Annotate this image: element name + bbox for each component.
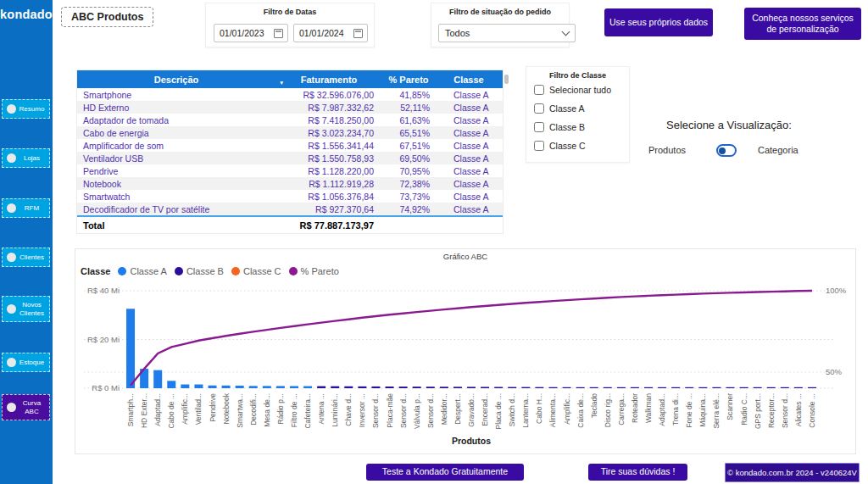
- chart-bar[interactable]: [481, 387, 489, 388]
- sidebar-item-lojas[interactable]: Lojas: [2, 148, 50, 168]
- chart-bar[interactable]: [194, 385, 203, 388]
- chart-bar[interactable]: [153, 370, 162, 388]
- x-axis-label: Carrega...: [617, 393, 626, 426]
- chart-bar[interactable]: [658, 387, 666, 388]
- start-date-input[interactable]: [214, 28, 270, 38]
- chart-bar[interactable]: [698, 387, 707, 388]
- table-row[interactable]: SmartwatchR$ 1.056.376,8473,73%Classe A: [77, 190, 503, 203]
- chart-bar[interactable]: [644, 387, 653, 388]
- calendar-icon[interactable]: [353, 29, 363, 38]
- chart-bar[interactable]: [276, 386, 285, 388]
- chart-bar[interactable]: [604, 387, 612, 388]
- chart-bar[interactable]: [521, 387, 530, 388]
- sidebar-item-estoque[interactable]: Estoque: [2, 353, 50, 372]
- column-header-classe[interactable]: Classe: [435, 70, 503, 88]
- calendar-icon[interactable]: [274, 29, 283, 38]
- column-header-descricao[interactable]: Descrição: [77, 70, 275, 88]
- chart-bar[interactable]: [767, 387, 776, 388]
- chart-bar[interactable]: [508, 387, 516, 388]
- viz-option-categoria[interactable]: Categoria: [758, 145, 798, 155]
- end-date-box[interactable]: [293, 24, 368, 42]
- chart-bar[interactable]: [740, 387, 748, 388]
- chart-bar[interactable]: [249, 386, 258, 388]
- cell-faturamento: R$ 1.128.220,00: [275, 166, 382, 176]
- chart-bar[interactable]: [358, 387, 366, 388]
- table-row[interactable]: PendriveR$ 1.128.220,0070,95%Classe A: [77, 164, 503, 177]
- end-date-input[interactable]: [294, 28, 350, 38]
- checkbox-selecionar-tudo[interactable]: [534, 85, 544, 95]
- chart-bar[interactable]: [726, 387, 734, 388]
- table-row[interactable]: SmartphoneR$ 32.596.076,0041,85%Classe A: [77, 88, 503, 101]
- chart-bar[interactable]: [399, 387, 408, 388]
- class-filter-option-classe-b[interactable]: Classe B: [534, 122, 585, 132]
- services-button[interactable]: Conheça nossos serviços de personalizaçã…: [744, 8, 861, 40]
- order-status-select[interactable]: Todos: [438, 24, 576, 42]
- table-row[interactable]: Ventilador USBR$ 1.550.758,9369,50%Class…: [77, 152, 503, 164]
- chart-bar[interactable]: [386, 387, 394, 388]
- sidebar-item-rfm[interactable]: RFM: [2, 198, 50, 218]
- column-header-faturamento[interactable]: Faturamento: [275, 70, 382, 88]
- chart-bar[interactable]: [209, 386, 217, 388]
- sidebar-item-clientes[interactable]: Clientes: [2, 248, 50, 267]
- order-status-value: Todos: [445, 28, 470, 38]
- chart-bar[interactable]: [781, 387, 789, 388]
- chart-bar[interactable]: [754, 387, 762, 388]
- chart-bar[interactable]: [290, 386, 298, 388]
- chart-bar[interactable]: [236, 386, 244, 388]
- doubts-button[interactable]: Tire suas dúvidas !: [588, 464, 687, 481]
- use-own-data-button[interactable]: Use seus próprios dados: [604, 8, 713, 36]
- chart-bar[interactable]: [453, 387, 462, 388]
- chart-bar[interactable]: [331, 387, 339, 388]
- chart-bar[interactable]: [303, 387, 312, 388]
- start-date-box[interactable]: [214, 24, 288, 42]
- chart-bar[interactable]: [263, 386, 271, 388]
- chart-bar[interactable]: [413, 387, 421, 388]
- sort-desc-icon[interactable]: ▼: [279, 80, 284, 86]
- chart-bar[interactable]: [617, 387, 626, 388]
- chart-bar[interactable]: [685, 387, 693, 388]
- chart-bar[interactable]: [631, 387, 639, 388]
- copyright-version-link[interactable]: © kondado.com.br 2024 - v240624V: [725, 463, 860, 482]
- table-row[interactable]: Cabo de energiaR$ 3.023.234,7065,51%Clas…: [77, 126, 503, 139]
- sidebar-item-curva-abc[interactable]: Curva ABC: [2, 394, 50, 420]
- chart-bar[interactable]: [794, 387, 803, 388]
- class-filter-option-classe-c[interactable]: Classe C: [534, 141, 586, 151]
- table-row[interactable]: NotebookR$ 1.112.919,2872,38%Classe A: [77, 177, 503, 190]
- table-row[interactable]: HD ExternoR$ 7.987.332,6252,11%Classe A: [77, 101, 503, 114]
- sidebar-item-novos-clientes[interactable]: Novos Clientes: [2, 296, 50, 322]
- chart-bar[interactable]: [344, 387, 353, 388]
- table-row[interactable]: Decodificador de TV por satéliteR$ 927.3…: [77, 203, 503, 215]
- visualization-toggle[interactable]: [716, 144, 737, 157]
- checkbox-classe-c[interactable]: [534, 141, 544, 151]
- chart-bar[interactable]: [126, 309, 135, 388]
- table-row[interactable]: Adaptador de tomadaR$ 7.418.250,0061,63%…: [77, 114, 503, 126]
- chart-bar[interactable]: [590, 387, 598, 388]
- class-filter-option-selecionar-tudo[interactable]: Selecionar tudo: [534, 85, 611, 95]
- chart-bar[interactable]: [317, 387, 326, 388]
- free-trial-button[interactable]: Teste a Kondado Gratuitamente: [366, 464, 524, 481]
- chart-bar[interactable]: [371, 387, 380, 388]
- chart-bar[interactable]: [494, 387, 503, 388]
- chart-bar[interactable]: [467, 387, 476, 388]
- pareto-line[interactable]: [131, 291, 812, 386]
- table-row[interactable]: Amplificador de somR$ 1.556.341,4467,51%…: [77, 139, 503, 152]
- chart-bar[interactable]: [222, 386, 231, 388]
- chart-bar[interactable]: [440, 387, 448, 388]
- viz-option-produtos[interactable]: Produtos: [648, 145, 686, 155]
- column-header--pareto[interactable]: % Pareto: [382, 70, 435, 88]
- chart-bar[interactable]: [181, 385, 189, 388]
- class-filter-option-classe-a[interactable]: Classe A: [534, 103, 584, 114]
- table-scrollbar-thumb[interactable]: [504, 75, 509, 84]
- chart-bar[interactable]: [712, 387, 721, 388]
- checkbox-classe-a[interactable]: [534, 103, 544, 114]
- chart-bar[interactable]: [167, 381, 175, 388]
- chart-bar[interactable]: [535, 387, 543, 388]
- chart-bar[interactable]: [671, 387, 680, 388]
- chart-bar[interactable]: [576, 387, 585, 388]
- chart-bar[interactable]: [563, 387, 571, 388]
- chart-bar[interactable]: [808, 387, 816, 388]
- sidebar-item-resumo[interactable]: Resumo: [2, 99, 50, 119]
- checkbox-classe-b[interactable]: [534, 122, 544, 132]
- chart-bar[interactable]: [426, 387, 435, 388]
- chart-bar[interactable]: [548, 387, 557, 388]
